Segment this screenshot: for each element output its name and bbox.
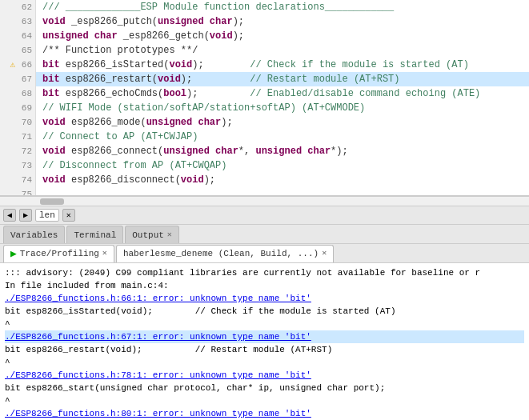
line-gutter-66: ⚠66 xyxy=(0,58,36,72)
code-content: void esp8266_mode(unsigned char); xyxy=(36,115,233,130)
line-gutter-75: 75 xyxy=(0,187,36,196)
line-gutter-69: 69 xyxy=(0,101,36,115)
code-content: void esp8266_disconnect(void); xyxy=(36,173,215,187)
line-number: 68 xyxy=(18,86,32,101)
line-gutter-70: 70 xyxy=(0,115,36,130)
line-number: 72 xyxy=(18,144,32,158)
line-number: 63 xyxy=(18,14,32,29)
code-content: /// _____________ESP Module function dec… xyxy=(36,0,394,14)
line-gutter-67: 67 xyxy=(0,72,36,86)
tab-output-label: Output xyxy=(132,230,164,240)
tab-trace-close[interactable]: ✕ xyxy=(102,250,107,258)
line-gutter-73: 73 xyxy=(0,158,36,173)
code-content: void _esp8266_putch(unsigned char); xyxy=(36,14,244,29)
output-line[interactable]: ./ESP8266_functions.h:66:1: error: unkno… xyxy=(5,292,524,305)
line-gutter-63: 63 xyxy=(0,14,36,29)
tab-terminal-label: Terminal xyxy=(74,230,116,240)
line-number: 73 xyxy=(18,158,32,173)
output-line: ^ xyxy=(5,356,524,369)
line-gutter-72: 72 xyxy=(0,144,36,158)
output-line[interactable]: ./ESP8266_functions.h:78:1: error: unkno… xyxy=(5,369,524,382)
code-content: void esp8266_connect(unsigned char*, uns… xyxy=(36,144,348,158)
code-content: // Connect to AP (AT+CWJAP) xyxy=(36,130,198,144)
tab-project-label: haberlesme_deneme (Clean, Build, ...) xyxy=(123,249,319,258)
code-line-68[interactable]: 68bit esp8266_echoCmds(bool); // Enabled… xyxy=(0,86,529,101)
line-number: 62 xyxy=(18,0,32,14)
code-content: // Disconnect from AP (AT+CWQAP) xyxy=(36,158,226,173)
code-line-65[interactable]: 65/** Function prototypes **/ xyxy=(0,43,529,58)
code-content: /** Function prototypes **/ xyxy=(36,43,198,58)
code-content: // WIFI Mode (station/softAP/station+sof… xyxy=(36,101,365,115)
line-gutter-74: 74 xyxy=(0,173,36,187)
len-label: len xyxy=(35,209,59,222)
output-line: bit esp8266_start(unsigned char protocol… xyxy=(5,382,524,394)
editor-toolbar: ◀ ▶ len ✕ xyxy=(0,206,529,225)
code-line-69[interactable]: 69// WIFI Mode (station/softAP/station+s… xyxy=(0,101,529,115)
code-content: ... xyxy=(36,187,60,196)
bottom-tab-bar: Variables Terminal Output ✕ xyxy=(0,225,529,244)
line-gutter-68: 68 xyxy=(0,86,36,101)
close-toolbar-btn[interactable]: ✕ xyxy=(62,209,75,222)
code-line-71[interactable]: 71// Connect to AP (AT+CWJAP) xyxy=(0,130,529,144)
tab-project[interactable]: haberlesme_deneme (Clean, Build, ...) ✕ xyxy=(116,245,334,262)
tab-trace[interactable]: ▶ Trace/Profiling ✕ xyxy=(3,245,114,262)
line-gutter-71: 71 xyxy=(0,130,36,144)
output-line: ::: advisory: (2049) C99 compliant libra… xyxy=(5,266,524,279)
tab-project-close[interactable]: ✕ xyxy=(322,250,327,258)
output-line: In file included from main.c:4: xyxy=(5,279,524,292)
line-number: 66 xyxy=(18,58,32,72)
tab-variables[interactable]: Variables xyxy=(3,226,65,243)
code-content: unsigned char _esp8266_getch(void); xyxy=(36,29,244,43)
output-line: bit esp8266_isStarted(void); // Check if… xyxy=(5,305,524,318)
output-line: bit esp8266_restart(void); // Restart mo… xyxy=(5,343,524,356)
code-line-70[interactable]: 70void esp8266_mode(unsigned char); xyxy=(0,115,529,130)
code-content: bit esp8266_restart(void); // Restart mo… xyxy=(36,72,400,86)
tab-terminal[interactable]: Terminal xyxy=(66,226,123,243)
code-line-63[interactable]: 63void _esp8266_putch(unsigned char); xyxy=(0,14,529,29)
output-line: ^ xyxy=(5,318,524,330)
code-line-62[interactable]: 62/// _____________ESP Module function d… xyxy=(0,0,529,14)
warning-icon: ⚠ xyxy=(10,58,15,72)
tab-output[interactable]: Output ✕ xyxy=(125,226,179,243)
code-editor: 62/// _____________ESP Module function d… xyxy=(0,0,529,196)
forward-btn[interactable]: ▶ xyxy=(19,209,32,222)
trace-tab-bar: ▶ Trace/Profiling ✕ haberlesme_deneme (C… xyxy=(0,244,529,263)
code-line-66[interactable]: ⚠66bit esp8266_isStarted(void); // Check… xyxy=(0,58,529,72)
output-line: ^ xyxy=(5,394,524,407)
run-icon: ▶ xyxy=(10,247,17,260)
code-line-72[interactable]: 72void esp8266_connect(unsigned char*, u… xyxy=(0,144,529,158)
line-number: 74 xyxy=(18,173,32,187)
line-gutter-64: 64 xyxy=(0,29,36,43)
line-number: 75 xyxy=(18,187,32,196)
code-line-75[interactable]: 75... xyxy=(0,187,529,196)
line-number: 65 xyxy=(18,43,32,58)
output-panel[interactable]: ::: advisory: (2049) C99 compliant libra… xyxy=(0,263,529,420)
line-number: 70 xyxy=(18,115,32,130)
code-lines: 62/// _____________ESP Module function d… xyxy=(0,0,529,196)
code-content: bit esp8266_isStarted(void); // Check if… xyxy=(36,58,469,72)
line-number: 69 xyxy=(18,101,32,115)
line-number: 67 xyxy=(18,72,32,86)
code-line-67[interactable]: 67bit esp8266_restart(void); // Restart … xyxy=(0,72,529,86)
output-line[interactable]: ./ESP8266_functions.h:80:1: error: unkno… xyxy=(5,407,524,420)
output-line[interactable]: ./ESP8266_functions.h:67:1: error: unkno… xyxy=(5,330,524,343)
line-number: 64 xyxy=(18,29,32,43)
line-gutter-65: 65 xyxy=(0,43,36,58)
line-number: 71 xyxy=(18,130,32,144)
back-btn[interactable]: ◀ xyxy=(3,209,16,222)
code-content: bit esp8266_echoCmds(bool); // Enabled/d… xyxy=(36,86,480,101)
code-line-64[interactable]: 64unsigned char _esp8266_getch(void); xyxy=(0,29,529,43)
code-line-73[interactable]: 73// Disconnect from AP (AT+CWQAP) xyxy=(0,158,529,173)
tab-variables-label: Variables xyxy=(10,230,58,240)
line-gutter-62: 62 xyxy=(0,0,36,14)
tab-trace-label: Trace/Profiling xyxy=(20,249,99,258)
horizontal-scrollbar[interactable] xyxy=(0,196,529,206)
tab-output-close[interactable]: ✕ xyxy=(167,231,172,239)
code-line-74[interactable]: 74void esp8266_disconnect(void); xyxy=(0,173,529,187)
